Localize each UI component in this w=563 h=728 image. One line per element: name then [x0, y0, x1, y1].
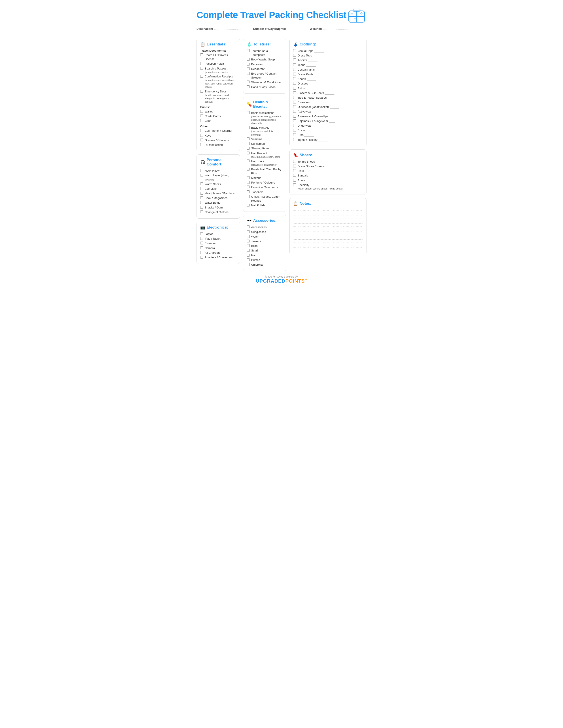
checkbox[interactable] — [247, 72, 250, 75]
checkbox[interactable] — [293, 169, 296, 172]
checkbox[interactable] — [247, 159, 250, 162]
checkbox[interactable] — [247, 186, 250, 188]
checkbox[interactable] — [200, 187, 203, 190]
checkbox[interactable] — [293, 82, 296, 85]
checkbox[interactable] — [200, 192, 203, 195]
notes-line: ……………………………………………………… — [293, 245, 363, 250]
checkbox[interactable] — [293, 119, 296, 122]
checkbox[interactable] — [200, 201, 203, 204]
checkbox[interactable] — [200, 246, 203, 249]
checkbox[interactable] — [200, 174, 203, 176]
checkbox[interactable] — [200, 210, 203, 213]
weather-field: Weather: ………………………… — [310, 27, 367, 34]
checkbox[interactable] — [293, 58, 296, 61]
checkbox[interactable] — [247, 81, 250, 83]
headphones-icon: 🎧 — [200, 160, 205, 165]
checkbox[interactable] — [293, 165, 296, 167]
checkbox[interactable] — [247, 137, 250, 140]
list-item: Laptop — [200, 232, 236, 236]
health-icon: 💊 — [247, 102, 252, 107]
checkbox[interactable] — [200, 143, 203, 146]
checkbox[interactable] — [200, 114, 203, 117]
checkbox[interactable] — [247, 244, 250, 247]
checkbox[interactable] — [247, 176, 250, 179]
list-item: E-reader — [200, 241, 236, 245]
checkbox[interactable] — [293, 115, 296, 118]
list-item: Accessories: — [247, 225, 283, 229]
checkbox[interactable] — [200, 169, 203, 172]
checkbox[interactable] — [247, 230, 250, 233]
checkbox[interactable] — [200, 129, 203, 132]
checkbox[interactable] — [293, 110, 296, 113]
checkbox[interactable] — [247, 168, 250, 171]
list-item: Book / Magazines — [200, 196, 236, 200]
checkbox[interactable] — [200, 196, 203, 199]
list-item: Specialty(water shoes, cycling shoes, hi… — [293, 183, 363, 191]
checkbox[interactable] — [200, 232, 203, 235]
checkbox[interactable] — [293, 68, 296, 71]
checkbox[interactable] — [247, 142, 250, 145]
checkbox[interactable] — [247, 63, 250, 66]
checkbox[interactable] — [293, 73, 296, 75]
health-beauty-title: 💊 Health & Beauty: — [247, 100, 283, 109]
checkbox[interactable] — [293, 183, 296, 186]
list-item: Wallet — [200, 110, 236, 114]
checkbox[interactable] — [200, 90, 203, 93]
checkbox[interactable] — [247, 181, 250, 184]
checkbox[interactable] — [247, 258, 250, 261]
checkbox[interactable] — [200, 237, 203, 240]
destination-dots: ………………………… — [214, 27, 242, 30]
checkbox[interactable] — [293, 63, 296, 66]
checkbox[interactable] — [247, 58, 250, 61]
checkbox[interactable] — [200, 75, 203, 78]
checkbox[interactable] — [200, 119, 203, 122]
checkbox[interactable] — [200, 62, 203, 65]
checkbox[interactable] — [293, 54, 296, 57]
checkbox[interactable] — [247, 225, 250, 228]
checkbox[interactable] — [200, 242, 203, 244]
checkbox[interactable] — [200, 53, 203, 56]
checkbox[interactable] — [200, 67, 203, 70]
checkbox[interactable] — [293, 91, 296, 94]
checkbox[interactable] — [293, 96, 296, 99]
checkbox[interactable] — [293, 105, 296, 108]
clothing-label: Clothing: — [300, 42, 316, 47]
checkbox[interactable] — [247, 147, 250, 150]
checkbox[interactable] — [293, 138, 296, 141]
checkbox[interactable] — [247, 67, 250, 70]
checkbox[interactable] — [200, 139, 203, 141]
checkbox[interactable] — [247, 240, 250, 242]
destination-field: Destination: ………………………… — [196, 27, 253, 34]
checkbox[interactable] — [293, 179, 296, 182]
checkbox[interactable] — [247, 235, 250, 238]
checkbox[interactable] — [200, 206, 203, 209]
checkbox[interactable] — [247, 204, 250, 206]
checkbox[interactable] — [247, 111, 250, 114]
checkbox[interactable] — [247, 249, 250, 252]
svg-rect-4 — [351, 13, 353, 14]
checkbox[interactable] — [247, 126, 250, 129]
checkbox[interactable] — [293, 133, 296, 136]
checkbox[interactable] — [293, 129, 296, 131]
checkbox[interactable] — [293, 174, 296, 177]
personal-comfort-title: 🎧 Personal Comfort: — [200, 158, 236, 167]
checkbox[interactable] — [200, 134, 203, 137]
checkbox[interactable] — [247, 190, 250, 193]
checkbox[interactable] — [247, 85, 250, 88]
checkbox[interactable] — [200, 251, 203, 254]
checkbox[interactable] — [247, 49, 250, 52]
checkbox[interactable] — [293, 49, 296, 52]
checkbox[interactable] — [293, 124, 296, 127]
checkbox[interactable] — [200, 182, 203, 185]
checkbox[interactable] — [293, 87, 296, 90]
checkbox[interactable] — [293, 160, 296, 163]
checkbox[interactable] — [247, 152, 250, 154]
checkbox[interactable] — [200, 256, 203, 259]
checkbox[interactable] — [293, 77, 296, 80]
checkbox[interactable] — [247, 195, 250, 198]
checkbox[interactable] — [247, 263, 250, 266]
list-item: Body Wash / Soap — [247, 58, 283, 62]
checkbox[interactable] — [247, 254, 250, 257]
checkbox[interactable] — [200, 110, 203, 113]
checkbox[interactable] — [293, 101, 296, 103]
